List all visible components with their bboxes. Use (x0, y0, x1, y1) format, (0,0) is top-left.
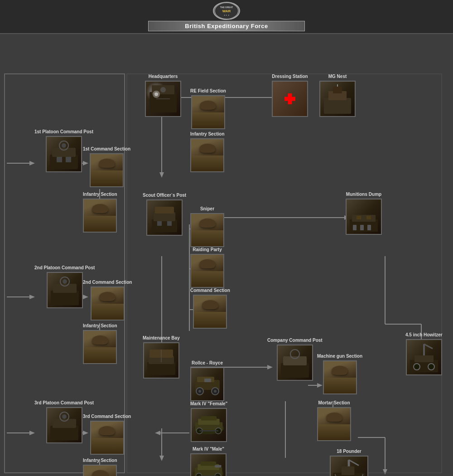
svg-rect-88 (147, 362, 175, 375)
svg-rect-82 (357, 216, 361, 219)
infantry-section-1-image (83, 199, 117, 233)
svg-rect-118 (414, 355, 434, 362)
svg-marker-8 (159, 172, 164, 178)
pounder-18-unit[interactable]: 18 Pounder (330, 449, 368, 476)
svg-rect-81 (367, 225, 371, 230)
infantry-section-2-image (83, 330, 117, 364)
re-field-section-image (191, 95, 225, 129)
svg-rect-74 (155, 207, 174, 214)
svg-text:THE GREAT: THE GREAT (220, 6, 233, 9)
raiding-party-unit[interactable]: Raiding Party (190, 247, 224, 288)
howitzer-unit[interactable]: 4.5 inch Howitzer (405, 332, 443, 375)
svg-point-126 (62, 414, 67, 419)
svg-rect-80 (360, 225, 364, 230)
cmd-section-3rd-unit[interactable]: 3rd Command Section (83, 414, 131, 455)
maintenance-bay-unit[interactable]: Maintenance Bay (143, 335, 180, 379)
cmd-section-2nd-unit[interactable]: 2nd Command Section (83, 280, 132, 321)
header: THE GREAT WAR ✦ ✦ ✦ British Expeditionar… (0, 0, 453, 34)
mortar-section-unit[interactable]: Mortar Section (317, 400, 351, 441)
diagram-area: Headquarters RE Field Section Infant (0, 34, 453, 476)
svg-rect-79 (353, 225, 357, 230)
svg-rect-75 (157, 221, 162, 226)
sniper-image (190, 213, 224, 247)
raiding-party-image (190, 254, 224, 288)
howitzer-image (406, 339, 442, 375)
mortar-section-image (317, 407, 351, 441)
svg-marker-28 (155, 431, 160, 435)
dressing-station-image (272, 81, 308, 117)
rollce-royce-image (190, 367, 224, 401)
svg-rect-76 (167, 221, 172, 226)
scout-officer-post-unit[interactable]: Scout Officer`s Post (143, 193, 186, 236)
dressing-station-unit[interactable]: Dressing Station (272, 74, 308, 117)
svg-point-87 (63, 279, 67, 284)
platoon2-cmd-image (47, 272, 83, 308)
svg-point-61 (154, 92, 158, 96)
headquarters-image (145, 81, 181, 117)
machine-gun-section-unit[interactable]: Machine gun Section (317, 354, 362, 394)
svg-rect-85 (53, 284, 77, 293)
infantry-section-top-image (190, 138, 224, 172)
svg-line-130 (349, 460, 359, 465)
svg-rect-72 (152, 219, 177, 232)
svg-line-120 (424, 344, 433, 349)
svg-rect-64 (333, 87, 342, 93)
cmd-section-3rd-image (90, 421, 124, 455)
svg-rect-98 (204, 379, 211, 382)
svg-point-69 (62, 143, 66, 148)
mg-nest-unit[interactable]: MG Nest (319, 74, 356, 117)
infantry-section-2-unit[interactable]: Infantry Section (83, 323, 117, 364)
svg-rect-128 (342, 466, 355, 475)
munitions-dump-image (346, 199, 382, 235)
sniper-unit[interactable]: Sniper (190, 206, 224, 247)
mark-iv-female-unit[interactable]: Mark IV "Female" (190, 401, 227, 442)
infantry-section-3-image (83, 465, 117, 476)
svg-rect-83 (366, 216, 371, 219)
mark-iv-male-unit[interactable]: Mark IV "Male" (190, 447, 226, 476)
infantry-section-1-unit[interactable]: Infantry Section (83, 192, 117, 233)
svg-rect-109 (201, 461, 216, 466)
infantry-section-top-unit[interactable]: Infantry Section (190, 131, 225, 172)
svg-rect-124 (53, 419, 76, 428)
svg-text:WAR: WAR (222, 9, 231, 13)
mark-iv-male-image (190, 453, 226, 476)
svg-rect-110 (215, 465, 221, 467)
svg-point-122 (428, 364, 434, 370)
svg-rect-55 (127, 74, 442, 473)
command-section-mid-unit[interactable]: Command Section (190, 288, 230, 329)
headquarters-unit[interactable]: Headquarters (145, 74, 181, 117)
svg-point-97 (214, 390, 217, 393)
svg-point-95 (198, 390, 201, 393)
svg-rect-102 (201, 416, 217, 421)
svg-rect-70 (57, 157, 62, 162)
platoon1-cmd-image (46, 136, 82, 172)
platoon3-cmd-image (46, 407, 82, 443)
scout-officer-post-image (146, 199, 183, 236)
cmd-section-1st-unit[interactable]: 1st Command Section (83, 146, 130, 187)
svg-point-121 (414, 364, 420, 370)
re-field-section-unit[interactable]: RE Field Section (190, 88, 226, 129)
svg-marker-26 (383, 469, 387, 475)
cmd-section-2nd-image (91, 287, 125, 321)
pounder-18-image (330, 456, 368, 476)
command-section-mid-image (193, 295, 227, 329)
mg-nest-image (319, 81, 356, 117)
infantry-section-3-unit[interactable]: Infantry Section (83, 458, 117, 476)
munitions-dump-unit[interactable]: Munitions Dump (346, 192, 382, 235)
svg-rect-115 (283, 356, 307, 365)
svg-text:✦ ✦ ✦: ✦ ✦ ✦ (224, 14, 229, 16)
machine-gun-section-image (323, 360, 357, 394)
company-cmd-post-image (277, 345, 313, 381)
company-cmd-post-unit[interactable]: Company Command Post (267, 338, 323, 381)
page-title: British Expeditionary Force (148, 21, 304, 31)
svg-rect-67 (52, 148, 76, 157)
rollce-royce-unit[interactable]: Rollce - Royce (190, 360, 224, 401)
cmd-section-1st-image (90, 153, 124, 187)
svg-rect-78 (352, 215, 376, 222)
mark-iv-female-image (191, 408, 227, 442)
maintenance-bay-image (143, 342, 179, 379)
svg-marker-30 (159, 456, 164, 461)
svg-rect-62 (324, 98, 351, 114)
logo: THE GREAT WAR ✦ ✦ ✦ (213, 2, 240, 20)
svg-point-58 (160, 87, 166, 92)
